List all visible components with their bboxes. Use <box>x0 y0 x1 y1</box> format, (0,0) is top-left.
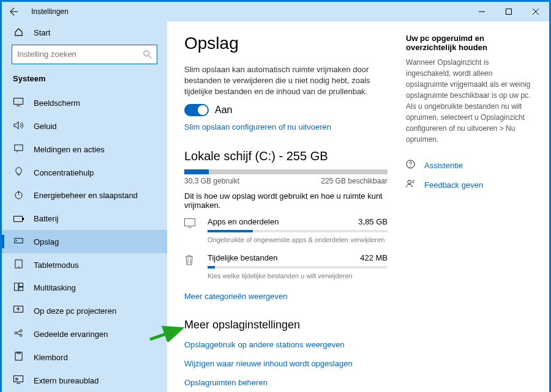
main-content: Opslag Slim opslaan kan automatisch ruim… <box>167 21 549 392</box>
shared-experiences-icon <box>13 328 24 339</box>
nav-label: Extern bureaublad <box>34 376 99 385</box>
svg-rect-12 <box>18 283 23 287</box>
search-icon <box>143 50 152 59</box>
storage-sense-description: Slim opslaan kan automatisch ruimte vrij… <box>184 64 388 98</box>
sidebar: Start Systeem Beeldscherm Geluid Melding… <box>2 21 167 392</box>
sidebar-item-power-sleep[interactable]: Energiebeheer en slaapstand <box>2 184 167 207</box>
get-help-link[interactable]: Assistentie <box>406 160 534 171</box>
nav-label: Multitasking <box>34 283 76 292</box>
nav-label: Meldingen en acties <box>34 145 105 154</box>
sidebar-item-multitasking[interactable]: Multitasking <box>2 276 167 300</box>
svg-point-1 <box>144 51 149 56</box>
storage-icon <box>13 236 24 247</box>
svg-point-8 <box>15 240 17 242</box>
sidebar-item-clipboard[interactable]: Klembord <box>2 346 167 369</box>
category-name: Apps en onderdelen <box>208 217 279 226</box>
minimize-button[interactable] <box>468 2 495 21</box>
aside-help-title: Uw pc opgeruimd en overzichtelijk houden <box>406 34 534 52</box>
clipboard-icon <box>13 352 24 363</box>
sidebar-section-header: Systeem <box>2 72 167 92</box>
back-arrow-icon <box>10 7 18 16</box>
settings-window: Instellingen Start <box>2 2 549 392</box>
usage-breakdown-description: Dit is hoe uw opslag wordt gebruikt en h… <box>184 191 388 210</box>
page-title: Opslag <box>184 34 388 53</box>
category-bar <box>208 230 388 232</box>
sound-icon <box>13 121 24 131</box>
sidebar-home-label: Start <box>34 28 50 37</box>
sidebar-item-sound[interactable]: Geluid <box>2 115 167 138</box>
category-name: Tijdelijke bestanden <box>208 253 277 262</box>
sidebar-item-battery[interactable]: Batterij <box>2 207 167 231</box>
link-manage-storage-spaces[interactable]: Opslagruimten beheren <box>184 378 388 387</box>
category-temporary-files[interactable]: Tijdelijke bestanden 422 MB Kies welke t… <box>184 246 388 282</box>
titlebar: Instellingen <box>2 2 549 21</box>
aside-help: Uw pc opgeruimd en overzichtelijk houden… <box>406 34 534 374</box>
link-change-new-content-location[interactable]: Wijzigen waar nieuwe inhoud wordt opgesl… <box>184 359 388 368</box>
sidebar-item-remote-desktop[interactable]: Extern bureaublad <box>2 369 167 392</box>
projecting-icon <box>13 306 24 316</box>
svg-rect-3 <box>14 145 22 150</box>
focus-assist-icon <box>13 167 24 178</box>
nav-label: Klembord <box>34 353 68 362</box>
search-input[interactable] <box>17 50 143 59</box>
feedback-icon <box>406 179 417 190</box>
svg-rect-5 <box>13 216 22 221</box>
category-subtext: Kies welke tijdelijke bestanden u wilt v… <box>208 272 388 279</box>
local-disk-heading: Lokale schijf (C:) - 255 GB <box>184 149 388 163</box>
category-subtext: Ongebruikte of ongewenste apps & onderde… <box>208 236 388 243</box>
sidebar-item-focus-assist[interactable]: Concentratiehulp <box>2 161 167 184</box>
more-storage-settings-heading: Meer opslaginstellingen <box>184 319 388 331</box>
svg-point-15 <box>14 332 17 335</box>
category-apps[interactable]: Apps en onderdelen 3,85 GB Ongebruikte o… <box>184 210 388 246</box>
sidebar-item-tablet-mode[interactable]: Tabletmodus <box>2 253 167 276</box>
svg-rect-11 <box>14 283 18 290</box>
window-title: Instellingen <box>31 7 69 16</box>
category-size: 422 MB <box>360 253 388 262</box>
show-more-categories-link[interactable]: Meer categorieën weergeven <box>184 292 287 301</box>
minimize-icon <box>479 9 485 15</box>
svg-point-17 <box>20 335 22 337</box>
maximize-button[interactable] <box>495 2 522 21</box>
category-bar <box>208 266 388 268</box>
configure-storage-sense-link[interactable]: Slim opslaan configureren of nu uitvoere… <box>184 122 331 131</box>
svg-point-16 <box>20 330 22 332</box>
notifications-icon <box>13 144 24 155</box>
sidebar-item-storage[interactable]: Opslag <box>2 230 167 253</box>
help-link-label: Assistentie <box>424 161 463 170</box>
nav-label: Energiebeheer en slaapstand <box>34 191 138 200</box>
svg-rect-6 <box>23 218 24 220</box>
nav-label: Gedeelde ervaringen <box>34 330 108 339</box>
display-icon <box>13 98 24 108</box>
search-box[interactable] <box>12 45 157 64</box>
power-icon <box>13 190 24 201</box>
feedback-link-label: Feedback geven <box>424 180 483 190</box>
svg-rect-13 <box>18 287 23 291</box>
help-icon <box>406 160 417 171</box>
disk-usage-bar <box>184 169 388 174</box>
close-icon <box>533 9 539 15</box>
nav-label: Concentratiehulp <box>34 168 94 177</box>
apps-icon <box>184 218 198 231</box>
disk-used-label: 30,3 GB gebruikt <box>184 177 239 185</box>
disk-free-label: 225 GB beschikbaar <box>321 177 388 185</box>
nav-label: Beeldscherm <box>34 98 80 108</box>
sidebar-home[interactable]: Start <box>2 21 167 45</box>
back-button[interactable] <box>2 7 26 16</box>
give-feedback-link[interactable]: Feedback geven <box>406 179 534 190</box>
category-size: 3,85 GB <box>358 217 388 226</box>
toggle-state-label: Aan <box>215 105 232 116</box>
svg-point-23 <box>408 180 411 184</box>
close-button[interactable] <box>522 2 549 21</box>
sidebar-item-projecting[interactable]: Op deze pc projecteren <box>2 300 167 323</box>
tablet-icon <box>13 259 24 270</box>
battery-icon <box>13 214 24 224</box>
link-storage-other-drives[interactable]: Opslaggebruik op andere stations weergev… <box>184 340 388 349</box>
svg-point-10 <box>18 267 19 268</box>
sidebar-item-notifications[interactable]: Meldingen en acties <box>2 138 167 161</box>
sidebar-item-shared-experiences[interactable]: Gedeelde ervaringen <box>2 323 167 346</box>
sidebar-item-display[interactable]: Beeldscherm <box>2 92 167 115</box>
aside-help-body: Wanneer Opslaginzicht is ingeschakeld, w… <box>406 57 534 145</box>
storage-sense-toggle[interactable] <box>184 104 209 116</box>
nav-label: Op deze pc projecteren <box>34 306 116 316</box>
maximize-icon <box>506 9 512 15</box>
